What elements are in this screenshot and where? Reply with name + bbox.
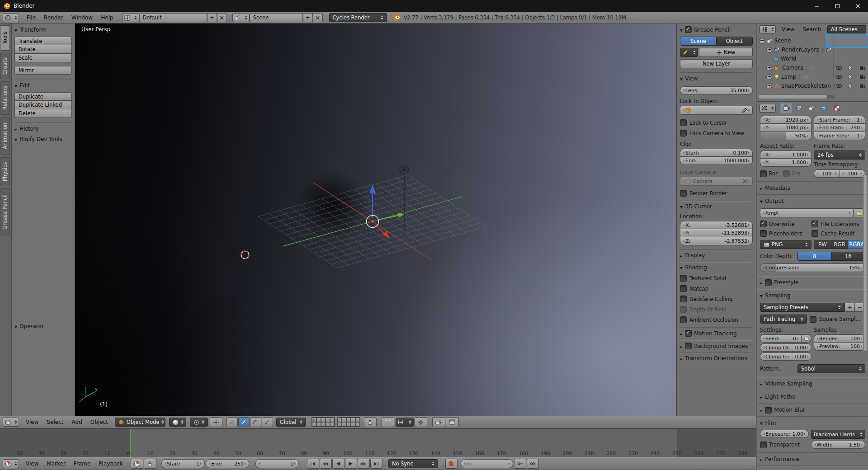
menu-marker[interactable]: Marker — [42, 461, 69, 467]
layer-cell[interactable] — [312, 418, 316, 422]
remap-new-field[interactable]: 100 — [840, 169, 866, 178]
editor-type-selector[interactable] — [760, 25, 776, 34]
tab-relations[interactable]: Relations — [0, 81, 10, 115]
frame-end-field[interactable]: End: 250 — [206, 459, 249, 468]
menu-file[interactable]: File — [23, 14, 40, 21]
animate-seed-button[interactable] — [802, 334, 811, 343]
properties-tab-world[interactable] — [818, 103, 830, 113]
menu-help[interactable]: Help — [97, 14, 117, 21]
channel-rgb[interactable]: RGB — [831, 240, 849, 249]
grease-pencil-checkbox[interactable] — [685, 26, 692, 33]
expand-toggle-icon[interactable] — [766, 74, 772, 80]
tab-grease-pencil[interactable]: Grease Pencil — [0, 188, 10, 235]
eyedropper-icon[interactable] — [742, 108, 747, 113]
motion-blur-checkbox[interactable] — [765, 407, 772, 414]
exposure-field[interactable]: Exposure:1.00 — [760, 430, 809, 438]
menu-add[interactable]: Add — [68, 419, 86, 425]
depth-16[interactable]: 16 — [832, 252, 865, 260]
channel-rgba[interactable]: RGBA — [848, 240, 865, 249]
ambient-occlusion-checkbox[interactable] — [680, 316, 687, 323]
start-frame-field[interactable]: Start Frame:1 — [814, 116, 865, 124]
render-restrict-camera-icon[interactable] — [859, 66, 865, 70]
clamp-indirect-field[interactable]: Clamp In:0.00 — [760, 352, 811, 361]
clamp-direct-field[interactable]: Clamp Di:0.00 — [760, 343, 811, 352]
menu-view[interactable]: View — [22, 461, 42, 467]
outliner-row-snapposeskeleton[interactable]: snapPoseSkeleton — [757, 81, 868, 90]
panel-header-sampling[interactable]: Sampling — [760, 291, 865, 300]
next-keyframe-button[interactable] — [358, 459, 370, 469]
lock-time-cursor-toggle[interactable] — [144, 459, 156, 469]
properties-tab-texture[interactable] — [831, 103, 843, 113]
manipulator-rotate-toggle[interactable] — [250, 417, 261, 427]
manipulator-axes-toggle[interactable] — [226, 417, 238, 427]
render-restrict-camera-icon[interactable] — [859, 84, 865, 89]
layers-widget-left[interactable] — [311, 417, 335, 427]
screen-layout-name[interactable]: Default — [139, 13, 207, 22]
editor-type-selector[interactable] — [3, 418, 19, 427]
clip-start-field[interactable]: Start: 0.100 — [680, 149, 753, 157]
matcap-row[interactable]: Matcap — [680, 285, 753, 292]
properties-tab-render-layers[interactable] — [793, 103, 805, 113]
duplicate-linked-button[interactable]: Duplicate Linked — [14, 101, 72, 109]
snap-target-button[interactable] — [415, 417, 427, 427]
viewport-shading-selector[interactable] — [169, 418, 186, 427]
panel-header-view[interactable]: View — [680, 75, 753, 82]
backface-culling-row[interactable]: Backface Culling — [680, 296, 753, 302]
panel-header-background-images[interactable]: Background Images — [680, 343, 753, 349]
render-engine-selector[interactable]: Cycles Render — [329, 13, 387, 22]
keying-set-field[interactable] — [461, 459, 513, 468]
remap-old-field[interactable]: 100 — [814, 169, 840, 178]
expand-toggle-icon[interactable] — [766, 47, 772, 53]
panel-header-transform[interactable]: Transform — [14, 27, 72, 33]
cursor-y-field[interactable]: Y:-11.52893 — [680, 229, 753, 237]
panel-header-light-paths[interactable]: Light Paths — [760, 392, 865, 401]
selectability-cursor-icon[interactable] — [849, 74, 853, 80]
menu-select[interactable]: Select — [42, 419, 67, 425]
frame-rate-selector[interactable]: 24 fps — [814, 150, 865, 160]
layer-cell[interactable] — [326, 418, 330, 422]
mode-selector[interactable]: Object Mode — [115, 418, 165, 427]
scale-button[interactable]: Scale — [14, 54, 72, 62]
panel-header-output[interactable]: Output — [760, 197, 865, 206]
delete-layout-button[interactable] — [217, 13, 227, 22]
translate-button[interactable]: Translate — [14, 37, 72, 45]
manipulator-center-toggle[interactable] — [210, 417, 222, 427]
menu-object[interactable]: Object — [86, 419, 112, 425]
layer-cell[interactable] — [330, 422, 335, 427]
compression-field[interactable]: Compression: 15% — [760, 263, 865, 272]
panel-header-3d-cursor[interactable]: 3D Cursor — [680, 203, 753, 210]
grease-pencil-new-button[interactable]: New — [699, 48, 753, 57]
motion-tracking-checkbox[interactable] — [685, 330, 692, 337]
auto-keyframe-toggle[interactable] — [445, 459, 458, 469]
seed-field[interactable]: Seed:0 — [760, 334, 802, 343]
cache-result-checkbox[interactable] — [811, 230, 818, 237]
render-border-checkbox[interactable] — [680, 190, 687, 197]
resolution-x-field[interactable]: X:1920 px — [760, 116, 811, 124]
layer-cell[interactable] — [326, 422, 330, 427]
ambient-occlusion-row[interactable]: Ambient Occlusion — [680, 316, 753, 323]
x-icon[interactable] — [743, 179, 747, 183]
lock-camera-checkbox[interactable] — [680, 130, 687, 136]
maximize-button[interactable] — [827, 0, 848, 12]
add-preset-button[interactable] — [844, 303, 855, 312]
panel-header-freestyle[interactable]: Freestyle — [760, 278, 865, 287]
panel-header-display[interactable]: Display — [680, 252, 753, 258]
local-camera-field[interactable]: Camera — [680, 177, 753, 186]
panel-header-film[interactable]: Film — [760, 418, 865, 428]
lock-to-cursor-checkbox[interactable] — [680, 119, 687, 126]
panel-header-performance[interactable]: Performance — [760, 455, 865, 464]
panel-header-edit[interactable]: Edit — [14, 82, 72, 89]
menu-view[interactable]: View — [778, 26, 798, 33]
preview-samples-field[interactable]: Preview:100 — [814, 343, 865, 351]
integrator-selector[interactable]: Path Tracing — [760, 315, 807, 324]
layer-cell[interactable] — [355, 418, 360, 422]
resolution-y-field[interactable]: Y:1080 px — [760, 124, 811, 132]
pivot-point-selector[interactable] — [190, 418, 208, 427]
mirror-button[interactable]: Mirror — [14, 66, 72, 75]
minimize-button[interactable] — [807, 0, 827, 12]
lock-to-object-field[interactable] — [680, 106, 753, 115]
editor-type-selector[interactable] — [3, 13, 19, 22]
panel-header-shading[interactable]: Shading — [680, 264, 753, 271]
timeline-strip[interactable]: -50-40-30-20-100102030405060708090100110… — [0, 428, 757, 458]
aspect-x-field[interactable]: X:1.000 — [760, 150, 811, 159]
